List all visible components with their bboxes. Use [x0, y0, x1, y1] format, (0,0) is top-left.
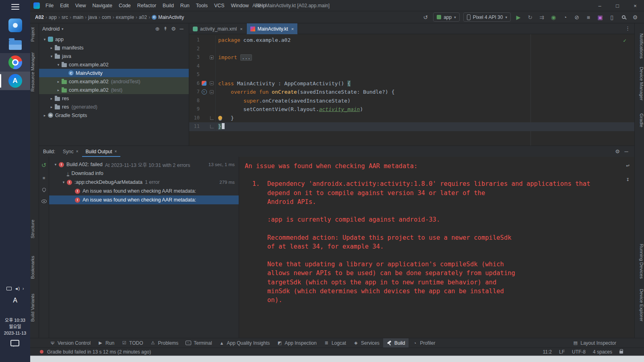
code-line[interactable]: 10 } — [189, 114, 634, 123]
scroll-to-end-icon[interactable]: ↧ — [626, 175, 630, 183]
tool-window-button-project[interactable]: Project — [30, 27, 39, 42]
tab-close-icon[interactable]: × — [240, 27, 242, 31]
menu-build[interactable]: Build — [159, 0, 177, 11]
project-tree-item-gradle-scripts[interactable]: ▸GGradle Scripts — [39, 111, 189, 119]
toolwindow-button-build[interactable]: Build — [383, 338, 409, 348]
project-tree-item-res-generated[interactable]: ▸res(generated) — [39, 103, 189, 111]
fold-expand-icon[interactable]: + — [210, 56, 214, 60]
chevron-right-icon[interactable]: ▸ — [55, 88, 62, 92]
project-tree-item-mainactivity[interactable]: CMainActivity — [39, 69, 189, 77]
profile-button[interactable]: ◔ — [561, 14, 569, 21]
apply-changes-button[interactable]: ↻ — [526, 14, 534, 21]
project-tree-item-com-example-a02[interactable]: ▾com.example.a02 — [39, 60, 189, 69]
settings-icon[interactable]: ⚙ — [169, 26, 178, 32]
build-console[interactable]: An issue was found when checking AAR met… — [239, 157, 634, 338]
taskbar-android-studio[interactable]: A — [0, 72, 30, 90]
override-marker-icon[interactable]: ↑ — [202, 89, 207, 95]
toolwindow-button-profiler[interactable]: ◔Profiler — [409, 338, 439, 348]
menu-file[interactable]: File — [42, 0, 57, 11]
expand-icon[interactable]: › — [23, 286, 24, 291]
intention-bulb-icon[interactable] — [218, 116, 222, 120]
pin-icon[interactable] — [42, 187, 46, 192]
editor-tab-activity-main-xml[interactable]: activity_main.xml× — [189, 23, 247, 34]
project-tree-item-com-example-a02-test[interactable]: ▸com.example.a02(test) — [39, 86, 189, 94]
tool-window-button-device-explorer[interactable]: Device Explorer — [635, 289, 644, 321]
volume-icon[interactable]: ◄) — [14, 286, 20, 291]
tool-window-button-structure[interactable]: Structure — [30, 220, 39, 239]
status-message[interactable]: Gradle build failed in 13 s 12 ms (2 min… — [47, 349, 151, 355]
tab-close-icon[interactable]: × — [291, 27, 294, 31]
taskbar-blue-app[interactable] — [0, 16, 30, 35]
desktop-clock[interactable]: 오후 10:33 월요일 2023-11-13 — [0, 317, 30, 336]
run-configuration-select[interactable]: app ▾ — [433, 12, 460, 22]
build-tree-item[interactable]: ▾!Build A02: failedAt 2023-11-13 오후 10:3… — [49, 160, 239, 169]
chevron-right-icon[interactable]: ▸ — [41, 113, 48, 117]
debug-button[interactable]: ◉ — [549, 14, 557, 21]
chevron-down-icon[interactable]: ▾ — [52, 162, 59, 167]
build-tree-item[interactable]: !An issue was found when checking AAR me… — [49, 187, 239, 195]
code-line[interactable]: 2 — [189, 45, 634, 53]
menu-edit[interactable]: Edit — [57, 0, 72, 11]
collapse-all-button[interactable]: ↟ — [161, 26, 169, 32]
run-button[interactable]: ▶ — [514, 14, 522, 21]
menu-tools[interactable]: Tools — [193, 0, 211, 11]
tool-window-button-gradle[interactable]: Gradle — [635, 113, 644, 128]
breadcrumb-item-java[interactable]: java — [88, 14, 97, 20]
breadcrumb-item-src[interactable]: src — [62, 14, 68, 20]
tab-close-icon[interactable]: × — [115, 149, 117, 154]
code-editor[interactable]: ✓ 1package com.example.a0223+import ...4… — [189, 34, 634, 146]
editor-tab-mainactivity-kt[interactable]: MainActivity.kt× — [247, 23, 298, 34]
code-line[interactable]: 9 setContentView(R.layout.activity_main) — [189, 105, 634, 114]
attach-debugger-button[interactable]: ⊘ — [573, 14, 581, 21]
menu-navigate[interactable]: Navigate — [89, 0, 116, 11]
inspect-eye-icon[interactable] — [41, 198, 47, 204]
project-tree-item-manifests[interactable]: ▸manifests — [39, 43, 189, 52]
menu-window[interactable]: Window — [228, 0, 252, 11]
menu-code[interactable]: Code — [116, 0, 134, 11]
fold-end-icon[interactable] — [210, 125, 214, 128]
tool-window-button-resource-manager[interactable]: Resource Manager — [30, 52, 39, 92]
code-line[interactable]: 7↑− override fun onCreate(savedInstanceS… — [189, 88, 634, 97]
toolwindow-button-version-control[interactable]: ΨVersion Control — [46, 338, 94, 348]
toolwindow-button-app-quality-insights[interactable]: ▲App Quality Insights — [216, 338, 274, 348]
breadcrumb-item-com[interactable]: com — [102, 14, 111, 20]
build-tab-build-output[interactable]: Build Output× — [82, 146, 121, 157]
class-gutter-icon[interactable] — [202, 81, 206, 86]
hide-panel-icon[interactable]: ─ — [178, 26, 186, 32]
build-tab-sync[interactable]: Sync× — [59, 146, 82, 157]
tool-window-button-build-variants[interactable]: Build Variants — [30, 294, 39, 322]
toolwindow-button-terminal[interactable]: >_Terminal — [182, 338, 215, 348]
stop-build-button[interactable]: ■ — [43, 175, 45, 181]
code-line[interactable]: 1package com.example.a02 — [189, 36, 634, 45]
tool-window-button-device-manager[interactable]: Device Manager — [635, 67, 644, 101]
menu-run[interactable]: Run — [177, 0, 193, 11]
tool-window-button-notifications[interactable]: Notifications — [635, 33, 644, 59]
rerun-build-button[interactable]: ↺ — [41, 162, 47, 169]
breadcrumb-item-app[interactable]: app — [49, 14, 57, 20]
breadcrumb-item-a02[interactable]: A02 — [35, 14, 44, 20]
indent-config[interactable]: 4 spaces — [593, 349, 612, 355]
hide-panel-icon[interactable]: ─ — [622, 148, 630, 154]
device-select[interactable]: Pixel 4 API 30 ▾ — [463, 12, 511, 22]
gear-icon[interactable]: ⚙ — [613, 148, 621, 154]
chevron-right-icon[interactable]: ▸ — [48, 105, 55, 109]
chat-bubble-icon[interactable] — [10, 340, 19, 346]
ime-indicator[interactable]: A — [0, 297, 30, 304]
chevron-right-icon[interactable]: ▸ — [48, 97, 55, 101]
chevron-right-icon[interactable]: ▸ — [55, 80, 62, 84]
app-grid-icon[interactable] — [11, 4, 19, 10]
soft-wrap-icon[interactable]: ↩ — [626, 161, 630, 170]
close-button[interactable]: × — [626, 0, 644, 11]
project-view-mode[interactable]: Android — [42, 26, 60, 32]
fold-end-icon[interactable] — [210, 116, 214, 120]
build-output-tree[interactable]: ▾!Build A02: failedAt 2023-11-13 오후 10:3… — [49, 157, 239, 338]
breadcrumb-item-a02[interactable]: a02 — [139, 14, 147, 20]
gradle-sync-icon[interactable]: ↺ — [421, 14, 429, 21]
toolwindow-button-services[interactable]: ◈Services — [350, 338, 383, 348]
maximize-button[interactable]: □ — [609, 0, 626, 11]
fold-collapse-icon[interactable]: − — [210, 81, 214, 85]
project-tree-item-java[interactable]: ▾java — [39, 52, 189, 60]
menu-view[interactable]: View — [72, 0, 89, 11]
toolwindow-button-run[interactable]: ▶Run — [94, 338, 118, 348]
apply-code-changes-button[interactable]: ⇉ — [538, 14, 546, 21]
